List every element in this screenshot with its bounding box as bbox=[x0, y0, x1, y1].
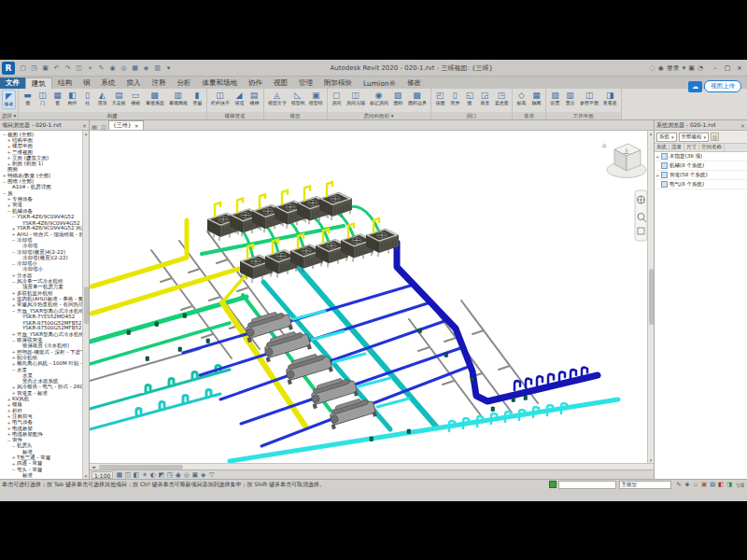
cloud-upload-button[interactable]: 视图上传 bbox=[704, 80, 741, 92]
ribbon-button[interactable]: ▯柱 bbox=[80, 90, 94, 107]
expander-icon[interactable]: + bbox=[7, 149, 11, 155]
tree-item[interactable]: + 照明器-镶嵌式 - 深柜 - 下进下出 bbox=[0, 349, 82, 355]
minimize-button[interactable]: – bbox=[710, 63, 721, 74]
scale-control[interactable]: 1:100 bbox=[92, 471, 113, 479]
scroll-thumb[interactable] bbox=[84, 287, 89, 324]
sign-in-label[interactable]: 登录 bbox=[667, 63, 680, 73]
ribbon-button[interactable]: ▣模型组 bbox=[307, 90, 325, 107]
ribbon-button[interactable]: ▥显示 bbox=[563, 90, 577, 107]
expander-icon[interactable]: − bbox=[11, 338, 16, 343]
ribbon-group-label[interactable]: 洞口 bbox=[431, 112, 513, 119]
ribbon-button[interactable]: ▤天花板 bbox=[110, 90, 128, 107]
ribbon-button[interactable]: ◢坡道 bbox=[233, 90, 247, 107]
expander-icon[interactable]: + bbox=[7, 431, 11, 437]
expander-icon[interactable]: + bbox=[655, 173, 660, 178]
quick-access-icon[interactable]: ⌖ bbox=[85, 63, 95, 74]
ribbon-button[interactable]: ◭屋顶 bbox=[95, 90, 109, 107]
ribbon-tab[interactable]: 协作 bbox=[243, 77, 268, 89]
column-header[interactable]: 尺寸 bbox=[684, 144, 699, 151]
view-control-icon[interactable]: ◎ bbox=[182, 471, 190, 479]
quick-access-icon[interactable]: ◉ bbox=[107, 63, 118, 74]
scroll-up-icon[interactable]: ▴ bbox=[85, 131, 88, 136]
design-option-dropdown[interactable]: 主模型 bbox=[619, 481, 671, 489]
ribbon-button[interactable]: ◰按面 bbox=[433, 90, 447, 107]
view-tab-3d[interactable]: {三维} × bbox=[108, 120, 144, 130]
ribbon-button[interactable]: ◨查看器 bbox=[601, 90, 619, 107]
view-control-icon[interactable]: ◐ bbox=[148, 471, 157, 479]
quick-access-icon[interactable]: ▾ bbox=[163, 63, 174, 74]
quick-access-icon[interactable]: ◫ bbox=[74, 63, 84, 74]
ribbon-button[interactable]: ◫门 bbox=[35, 90, 49, 107]
expander-icon[interactable]: + bbox=[7, 426, 11, 431]
quick-access-icon[interactable]: ◎ bbox=[119, 63, 129, 74]
expander-icon[interactable]: + bbox=[11, 273, 16, 278]
ribbon-tab[interactable]: 分析 bbox=[172, 77, 197, 89]
scroll-thumb[interactable] bbox=[649, 269, 654, 325]
canvas-horizontal-scrollbar[interactable]: ◂ ▸ bbox=[90, 463, 654, 469]
view-control-icon[interactable]: ◈ bbox=[199, 471, 207, 479]
quick-access-icon[interactable]: ✎ bbox=[96, 63, 106, 74]
project-browser-scrollbar[interactable]: ▴ ▾ bbox=[82, 131, 89, 479]
ribbon-button[interactable]: ◱墙 bbox=[463, 90, 477, 107]
ribbon-button[interactable]: ▩面积边界 bbox=[406, 90, 429, 107]
ribbon-tab[interactable]: 系统 bbox=[96, 77, 121, 89]
expander-icon[interactable]: − bbox=[2, 190, 7, 196]
ribbon-button[interactable]: ◬模型文字 bbox=[266, 90, 289, 107]
revit-logo-icon[interactable]: R bbox=[2, 62, 15, 75]
viewcube[interactable]: 上 ⌂ bbox=[602, 142, 646, 178]
view-control-icon[interactable]: ◩ bbox=[157, 471, 165, 479]
tree-item[interactable]: − 开放_YSKR型离心式冷水机组 回转出程 bbox=[0, 308, 82, 314]
ribbon-tab[interactable]: 修改 bbox=[402, 77, 427, 89]
quick-access-icon[interactable]: ▢ bbox=[18, 63, 28, 74]
ribbon-tab[interactable]: Lumion® bbox=[358, 77, 402, 89]
view-tab-strip-icon2[interactable]: ◫ bbox=[99, 123, 108, 130]
ribbon-group-label[interactable]: 基准 bbox=[513, 112, 545, 119]
ribbon-group-label[interactable]: 房间和面积 ▾ bbox=[328, 112, 430, 119]
search-icon[interactable]: ◌ bbox=[650, 64, 655, 72]
quick-access-icon[interactable]: ◳ bbox=[29, 63, 39, 74]
ribbon-button[interactable]: ◫房间分隔 bbox=[345, 90, 367, 107]
drawing-area[interactable]: 上 ⌂ ▴ bbox=[90, 131, 654, 463]
close-button[interactable]: × bbox=[734, 63, 745, 74]
workset-dropdown[interactable] bbox=[558, 481, 616, 489]
ribbon-tab[interactable]: 注释 bbox=[147, 77, 172, 89]
close-icon[interactable]: × bbox=[740, 122, 745, 129]
quick-access-icon[interactable]: ▦ bbox=[130, 63, 140, 74]
system-browser-header[interactable]: 系统浏览器 - 020-1.rvt × bbox=[655, 120, 747, 131]
expander-icon[interactable]: + bbox=[7, 413, 11, 419]
expander-icon[interactable]: − bbox=[7, 208, 11, 214]
help-icon[interactable]: ◔ bbox=[698, 64, 703, 72]
ribbon-tab[interactable]: 文件 bbox=[0, 77, 25, 89]
ribbon-group-label[interactable]: 选择 ▾ bbox=[0, 112, 18, 119]
expander-icon[interactable]: − bbox=[11, 249, 16, 255]
tree-item[interactable]: + 横向离心风机 - 100M 叶轮 - 有隔振 - 100-375 CN bbox=[0, 361, 82, 367]
filter-control[interactable]: ▽ 0 bbox=[734, 482, 747, 488]
quick-access-icon[interactable]: ▣ bbox=[40, 63, 50, 74]
store-icon[interactable]: ▣ bbox=[688, 64, 695, 72]
expander-icon[interactable]: − bbox=[11, 261, 16, 267]
ribbon-tab[interactable]: 附加模块 bbox=[318, 77, 358, 89]
system-row[interactable]: 电气(8 个系统) bbox=[655, 180, 747, 189]
expander-icon[interactable]: − bbox=[11, 308, 16, 314]
ribbon-group-label[interactable]: 构建 bbox=[19, 112, 206, 119]
expander-icon[interactable]: + bbox=[11, 355, 16, 360]
discipline-filter-dropdown[interactable]: 全部规程▾ bbox=[679, 133, 710, 142]
quick-access-icon[interactable]: ▥ bbox=[152, 63, 162, 74]
status-icon[interactable]: ◨ bbox=[726, 481, 734, 488]
ribbon-tab[interactable]: 管理 bbox=[293, 77, 318, 89]
close-icon[interactable]: × bbox=[82, 122, 87, 129]
expander-icon[interactable]: − bbox=[11, 237, 16, 243]
expander-icon[interactable]: + bbox=[11, 331, 16, 337]
expander-icon[interactable]: + bbox=[11, 226, 16, 231]
ribbon-button[interactable]: ▧面积 bbox=[391, 90, 405, 107]
canvas-vertical-scrollbar[interactable]: ▴ ▾ bbox=[647, 131, 654, 463]
status-icon[interactable]: ◧ bbox=[717, 481, 726, 488]
ribbon-button[interactable]: ◤修改 bbox=[2, 90, 16, 109]
quick-access-icon[interactable]: ↷ bbox=[63, 63, 73, 74]
ribbon-button[interactable]: ◺模型线 bbox=[289, 90, 307, 107]
expander-icon[interactable]: − bbox=[11, 367, 16, 372]
expander-icon[interactable]: + bbox=[7, 137, 11, 143]
expander-icon[interactable]: + bbox=[11, 461, 16, 467]
ribbon-tab[interactable]: 钢 bbox=[78, 77, 96, 89]
view-control-icon[interactable]: ☀ bbox=[140, 471, 148, 479]
